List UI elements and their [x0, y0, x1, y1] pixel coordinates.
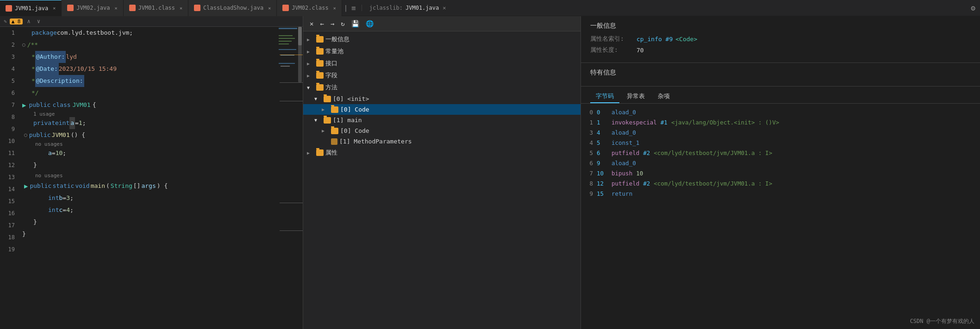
editor-toolbar: ✎ ▲ 8 ∧ ∨ [0, 16, 303, 27]
toolbar-edit-icon: ✎ [4, 19, 7, 25]
java-file-icon-3 [194, 5, 200, 11]
attr-name-label: 属性名索引: [590, 35, 637, 43]
tree-folder-icon-interfaces [316, 60, 324, 67]
line-numbers: 1 2 3 4 5 6 7 8 9 10 11 12 13 14 15 16 1… [0, 27, 19, 329]
jclasslib-close-btn[interactable]: ✕ [308, 19, 315, 28]
bc-line-3: 4 5 iconst_1 [586, 138, 975, 148]
jclasslib-web-btn[interactable]: 🌐 [364, 19, 375, 28]
tree-item-fields[interactable]: ▶ 字段 [303, 69, 581, 81]
usage-count-8: 1 usage [22, 111, 275, 117]
warning-count[interactable]: ▲ 8 [10, 19, 23, 25]
tab-bytecode[interactable]: 字节码 [590, 90, 619, 103]
jclasslib-save-btn[interactable]: 💾 [350, 19, 361, 28]
tree-file-icon-params [331, 138, 337, 145]
svg-rect-5 [279, 49, 296, 50]
tree-folder-icon-methods [316, 84, 324, 91]
special-info-title: 特有信息 [590, 68, 971, 77]
tree-arrow-main: ▼ [314, 118, 322, 123]
tab-jvm01-class[interactable]: JVM01.class ✕ [124, 0, 189, 16]
jclasslib-forward-btn[interactable]: → [329, 19, 336, 28]
bc-line-6: 7 10 bipush 10 [586, 168, 975, 179]
tree-item-main-code[interactable]: ▶ [0] Code [303, 125, 581, 136]
tab-misc[interactable]: 杂项 [652, 90, 675, 103]
code-line-19: } [22, 228, 275, 240]
tree-item-attributes[interactable]: ▶ 属性 [303, 147, 581, 159]
attr-length-row: 属性长度: 70 [590, 46, 971, 54]
minimap-marker-1 [280, 55, 303, 55]
tree-folder-icon-init [324, 96, 331, 102]
nav-up-btn[interactable]: ∧ [25, 17, 32, 25]
jclasslib-tab-filename: JVM01.java [406, 5, 439, 11]
svg-rect-8 [281, 66, 290, 67]
tree-arrow-cp: ▶ [307, 49, 314, 54]
tab-close-jvm01-java[interactable]: ✕ [53, 6, 56, 11]
main-area: ✎ ▲ 8 ∧ ∨ 1 2 3 4 5 6 7 8 9 10 11 12 13 … [0, 16, 980, 329]
code-line-4: * @Author: lyd [22, 51, 275, 63]
tab-exception-table[interactable]: 异常表 [621, 90, 650, 103]
jclasslib-refresh-btn[interactable]: ↻ [339, 19, 346, 28]
tab-label-jvm02-java: JVM02.java [76, 5, 110, 11]
code-editor[interactable]: package com.lyd.testboot.jvm; ○ /** * @A… [19, 27, 275, 329]
tree-item-constant-pool[interactable]: ▶ 常量池 [303, 45, 581, 57]
nav-down-btn[interactable]: ∨ [35, 17, 42, 25]
tree-label-methods: 方法 [325, 83, 337, 92]
tab-classloadshow-java[interactable]: ClassLoadShow.java ✕ [188, 0, 277, 16]
tree-arrow-fields: ▶ [307, 73, 314, 78]
tree-item-main-params[interactable]: [1] MethodParameters [303, 136, 581, 147]
tab-close-jvm02-java[interactable]: ✕ [115, 6, 118, 11]
tab-more-button[interactable]: ≡ [350, 4, 358, 12]
code-line-16: int b = 3 ; [22, 192, 275, 204]
tab-close-jvm01-class[interactable]: ✕ [180, 6, 182, 11]
tab-overflow-menu[interactable]: | [342, 4, 350, 12]
svg-rect-1 [279, 35, 293, 36]
jclasslib-tab-close[interactable]: ✕ [443, 5, 446, 11]
attr-name-value[interactable]: cp_info #9 [637, 36, 673, 43]
jclasslib-back-btn[interactable]: ← [318, 19, 325, 28]
run-button[interactable]: ▶ [22, 99, 26, 111]
jclasslib-tab-area: jclasslib: JVM01.java ✕ [362, 5, 454, 11]
tree-arrow-attributes: ▶ [307, 150, 314, 155]
tree-label-main-params: [1] MethodParameters [339, 138, 412, 145]
tree-folder-icon-main-code [331, 128, 338, 134]
tree-folder-icon-general [316, 36, 324, 43]
tree-item-methods[interactable]: ▼ 方法 [303, 81, 581, 93]
tab-jvm02-java[interactable]: JVM02.java ✕ [62, 0, 123, 16]
code-line-15: ▶ public static void main ( String [] ar… [22, 180, 275, 192]
no-usages-15: no usages [22, 171, 275, 180]
tab-close-jvm02-class[interactable]: ✕ [333, 6, 336, 11]
attr-name-row: 属性名索引: cp_info #9 <Code> [590, 35, 971, 43]
settings-icon[interactable]: ⚙ [971, 4, 975, 12]
bc-line-8: 9 15 return [586, 189, 975, 199]
tree-item-general[interactable]: ▶ 一般信息 [303, 33, 581, 45]
tree-label-main-code: [0] Code [340, 127, 369, 134]
svg-rect-2 [279, 38, 295, 39]
run-main-button[interactable]: ▶ [24, 180, 28, 192]
tree-item-main[interactable]: ▼ [1] main [303, 115, 581, 125]
svg-rect-0 [279, 28, 297, 29]
tab-bar: JVM01.java ✕ JVM02.java ✕ JVM01.class ✕ … [0, 0, 980, 16]
tab-close-classloadshow-java[interactable]: ✕ [268, 6, 271, 11]
tree-folder-icon-fields [316, 72, 324, 79]
fold-icon-11[interactable]: ○ [24, 129, 27, 141]
svg-rect-7 [279, 63, 295, 64]
tree-arrow-init: ▼ [314, 96, 322, 101]
jclasslib-label: jclasslib: [369, 5, 403, 11]
tree-arrow-methods: ▼ [307, 85, 314, 90]
tree-label-init-code: [0] Code [340, 106, 369, 113]
fold-icon-3[interactable]: ○ [22, 39, 25, 51]
tab-jvm02-class[interactable]: JVM02.class ✕ [277, 0, 342, 16]
tab-jvm01-java[interactable]: JVM01.java ✕ [0, 0, 62, 16]
code-line-1: package com.lyd.testboot.jvm; [22, 27, 275, 39]
no-usages-11: no usages [22, 141, 275, 147]
tree-item-init-code[interactable]: ▶ [0] Code [303, 104, 581, 115]
tree-item-init[interactable]: ▼ [0] <init> [303, 93, 581, 104]
watermark: CSDN @一个有梦有戏的人 [910, 317, 974, 325]
minimap-marker-3 [280, 101, 303, 101]
tab-label-jvm01-java: JVM01.java [15, 5, 48, 12]
bytecode-tabs: 字节码 异常表 杂项 [581, 87, 980, 104]
svg-rect-3 [279, 41, 292, 42]
class-file-icon [129, 5, 136, 11]
general-info-section: 一般信息 属性名索引: cp_info #9 <Code> 属性长度: 70 [581, 16, 980, 63]
tree-item-interfaces[interactable]: ▶ 接口 [303, 57, 581, 69]
minimap-marker-5 [280, 230, 303, 231]
